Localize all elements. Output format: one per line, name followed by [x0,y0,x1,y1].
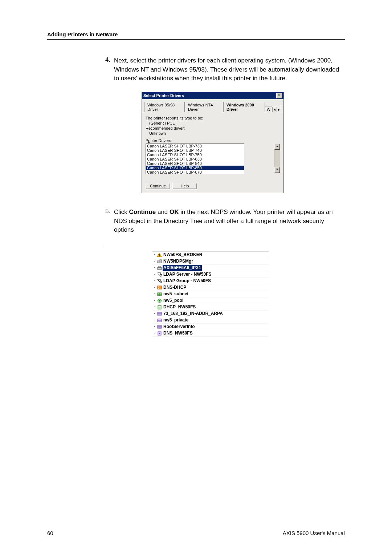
svg-rect-3 [160,260,162,263]
ldap-icon: ? [156,279,163,283]
tree-branch-dot [153,320,156,320]
driver-list-item[interactable]: Canon LASER SHOT LBP-750 [146,153,244,157]
dhcp-icon [156,305,163,309]
dns-icon [156,331,163,336]
tree-item-label: nw5_private [163,317,188,323]
page-number: 60 [47,530,53,536]
svg-rect-2 [157,261,159,263]
tree-branch-dot [153,333,156,333]
dialog-button-row: Continue Help [146,183,280,189]
tree-branch-dot [153,274,156,275]
tree-item[interactable]: 73_168_192_IN-ADDR_ARPA [152,311,269,317]
tab-win9598[interactable]: Windows 95/98 Driver [144,102,185,112]
tree-item[interactable]: ?LDAP Server - NW50FS [152,271,269,278]
dialog-body: The printer reports its type to be: (Gen… [142,112,283,193]
manual-title: AXIS 5900 User's Manual [283,530,345,536]
svg-point-17 [159,300,160,301]
scroll-up-icon[interactable]: ▲ [274,144,280,150]
tree-item-label: NW50FS_BROKER [163,252,202,258]
trailing-period: . [103,242,345,249]
tree-item-label: DHCP_NW50FS [163,304,196,310]
svg-rect-5 [158,266,161,267]
zone-icon [156,318,163,323]
step-5: 5. Click Continue and OK in the next NDP… [105,208,345,235]
mgr-icon [156,259,163,264]
tree-item[interactable]: DHCP_NW50FS [152,304,269,311]
text-bold: OK [170,208,179,215]
dnsdhcp-icon [156,285,163,290]
tree-branch-dot [153,267,156,268]
driver-listbox-wrap: Canon LASER SHOT LBP-730Canon LASER SHOT… [146,143,280,174]
tree-branch-dot [153,287,156,288]
section-heading: Adding Printers in NetWare [47,31,118,37]
svg-rect-20 [158,312,162,315]
help-button[interactable]: Help [172,183,197,189]
svg-point-30 [159,333,160,334]
dialog-titlebar: Select Printer Drivers × [142,92,283,99]
tree-branch-dot [153,326,156,327]
tab-scroll-right-icon[interactable]: ► [277,107,281,112]
driver-list-item[interactable]: Canon LASER SHOT LBP-840 [146,161,244,166]
tree-item[interactable]: nw5_pool [152,297,269,304]
zone-icon [156,311,163,316]
svg-text:!: ! [159,254,160,257]
listbox-scrollbar[interactable]: ▲ ▼ [274,144,280,173]
tree-branch-dot [153,280,156,281]
tree-item-label: LDAP Server - NW50FS [163,271,212,278]
tree-item[interactable]: RootServerInfo [152,324,269,330]
scroll-down-icon[interactable]: ▼ [274,167,280,173]
tree-item-label: nw5_subnet [163,291,188,297]
tree-item-label: AXIS5FF6A6_IPX1 [163,265,202,271]
driver-list-item[interactable]: Canon LASER SHOT LBP-870 [146,170,244,174]
driver-list-item[interactable]: Canon LASER SHOT LBP-850 [146,166,244,170]
tree-item[interactable]: NW5NDPSMgr [152,258,269,265]
tree-branch-dot [153,300,156,301]
step-number: 5. [105,208,114,235]
tree-item[interactable]: DNS-DHCP [152,284,269,291]
tree-item[interactable]: !NW50FS_BROKER [152,252,269,258]
text-bold: Continue [129,208,156,215]
tree-item-label: nw5_pool [163,297,183,304]
svg-rect-23 [158,319,162,322]
recommended-driver-value: Unknown [149,131,280,135]
text-part: Click [114,208,129,215]
driver-listbox[interactable]: Canon LASER SHOT LBP-730Canon LASER SHOT… [146,143,244,174]
subnet-icon [156,292,163,296]
continue-button[interactable]: Continue [146,183,170,189]
tree-item[interactable]: nw5_subnet [152,291,269,297]
driver-list-item[interactable]: Canon LASER SHOT LBP-830 [146,157,244,161]
driver-list-item[interactable]: Canon LASER SHOT LBP-730 [146,144,244,148]
tree-item-label: DNS_NW50FS [163,330,193,336]
close-icon[interactable]: × [276,93,282,98]
tree-item-label: 73_168_192_IN-ADDR_ARPA [163,311,223,317]
printer-icon [156,266,163,270]
broker-icon: ! [156,252,163,257]
tree-branch-dot [153,254,156,255]
svg-rect-12 [158,286,162,289]
tab-scroll-left-icon[interactable]: ◄ [272,107,277,112]
tab-winnt4[interactable]: Windows NT4 Driver [185,102,223,112]
tree-branch-dot [153,293,156,294]
tree-item[interactable]: ?LDAP Group - NW50FS [152,278,269,284]
tree-branch-dot [153,313,156,314]
tree-item-label: NW5NDPSMgr [163,258,193,264]
tree-item[interactable]: DNS_NW50FS [152,330,269,337]
tree-item-label: LDAP Group - NW50FS [163,278,211,284]
footer-rule [47,528,345,528]
dialog-title: Select Printer Drivers [143,93,184,98]
tabs-row: Windows 95/98 Driver Windows NT4 Driver … [142,99,283,112]
nds-directory-tree: !NW50FS_BROKERNW5NDPSMgrAXIS5FF6A6_IPX1?… [152,251,269,337]
driver-list-item[interactable]: Canon LASER SHOT LBP-740 [146,148,244,153]
tree-item[interactable]: AXIS5FF6A6_IPX1 [152,265,269,271]
tree-branch-dot [153,261,156,262]
label-part: inter Drivers: [150,138,172,143]
svg-rect-4 [158,267,162,270]
tree-item[interactable]: nw5_private [152,317,269,324]
header-rule [47,39,345,40]
tab-win2000[interactable]: Windows 2000 Driver [223,102,265,112]
tab-overflow-w[interactable]: W [265,106,272,112]
step-number: 4. [105,56,114,83]
printer-drivers-label: Printer Drivers: [146,138,280,143]
text-part: and [156,208,170,215]
select-printer-drivers-dialog: Select Printer Drivers × Windows 95/98 D… [142,92,284,193]
